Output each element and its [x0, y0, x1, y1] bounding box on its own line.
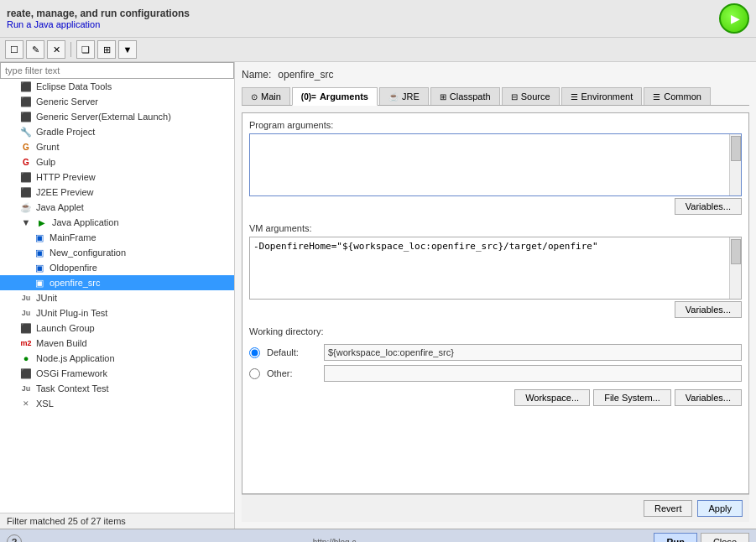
tree-item-maven[interactable]: m2 Maven Build [0, 336, 234, 351]
tree-item-label: Node.js Application [36, 353, 115, 363]
tree-item-label: Task Context Test [36, 383, 109, 393]
tab-source[interactable]: ⊟ Source [502, 87, 560, 105]
tree-item-osgi[interactable]: ⬛ OSGi Framework [0, 366, 234, 381]
revert-btn[interactable]: Revert [644, 500, 692, 517]
close-btn[interactable]: Close [701, 533, 749, 542]
program-args-section: Program arguments: Variables... [249, 120, 742, 215]
tree-item-junit[interactable]: Ju JUnit [0, 290, 234, 305]
tree-item-label: OSGi Framework [36, 368, 107, 378]
vm-args-scrollbar[interactable] [729, 237, 741, 299]
tab-jre[interactable]: ☕ JRE [379, 87, 429, 105]
tree-item-generic-server[interactable]: ⬛ Generic Server [0, 94, 234, 109]
filesystem-btn[interactable]: File System... [593, 389, 671, 406]
left-panel: ⬛ Eclipse Data Tools ⬛ Generic Server ⬛ … [0, 62, 235, 529]
tab-jre-label: JRE [402, 91, 420, 102]
gulp-icon: G [20, 156, 32, 168]
filter-btn[interactable]: ⊞ [97, 40, 116, 59]
workspace-btn-row: Workspace... File System... Variables... [249, 389, 742, 406]
tree-item-http[interactable]: ⬛ HTTP Preview [0, 169, 234, 185]
menu-btn[interactable]: ▼ [118, 40, 137, 59]
tree-item-oldopenfire[interactable]: ▣ Oldopenfire [0, 260, 234, 275]
tree-item-label: MainFrame [50, 232, 96, 242]
server-icon: ⬛ [20, 111, 32, 122]
edit-btn[interactable]: ✎ [26, 40, 44, 59]
scrollbar-thumb [731, 136, 741, 161]
tree-item-label: Gulp [36, 157, 55, 167]
tree-item-gradle[interactable]: 🔧 Gradle Project [0, 124, 234, 139]
tree-item-label: Oldopenfire [50, 263, 97, 273]
tree-item-task-context[interactable]: Ju Task Context Test [0, 381, 234, 396]
config-icon: ▣ [34, 277, 45, 289]
tree-item-nodejs[interactable]: ● Node.js Application [0, 351, 234, 366]
tree-item-grunt[interactable]: G Grunt [0, 139, 234, 154]
maven-icon: m2 [20, 337, 32, 349]
tab-arguments[interactable]: (0)= Arguments [292, 87, 378, 106]
help-button[interactable]: ? [7, 534, 22, 542]
new-config-btn[interactable]: ☐ [5, 40, 23, 59]
tabs-bar: ⊙ Main (0)= Arguments ☕ JRE ⊞ Classpath … [242, 87, 749, 106]
default-dir-input[interactable] [324, 344, 742, 361]
program-args-variables-btn[interactable]: Variables... [675, 198, 742, 215]
tree-item-j2ee[interactable]: ⬛ J2EE Preview [0, 185, 234, 200]
tree-item-mainframe[interactable]: ▣ MainFrame [0, 230, 234, 245]
tree-item-eclipse-data-tools[interactable]: ⬛ Eclipse Data Tools [0, 79, 234, 94]
launch-icon: ⬛ [20, 322, 32, 334]
filter-input[interactable] [0, 62, 234, 79]
program-args-scrollbar[interactable] [729, 134, 741, 195]
program-args-btn-row: Variables... [249, 198, 742, 215]
tree-item-label: Launch Group [36, 323, 95, 333]
jre-tab-icon: ☕ [388, 92, 399, 102]
common-tab-icon: ☰ [653, 92, 660, 102]
program-args-wrapper [249, 133, 742, 196]
j2ee-icon: ⬛ [20, 186, 32, 198]
vm-args-input[interactable]: -DopenfireHome="${workspace_loc:openfire… [250, 237, 727, 296]
osgi-icon: ⬛ [20, 367, 32, 379]
tree-item-new-config[interactable]: ▣ New_configuration [0, 245, 234, 260]
other-radio[interactable] [249, 368, 260, 379]
vm-args-label: VM arguments: [249, 223, 742, 233]
tab-main[interactable]: ⊙ Main [242, 87, 290, 105]
tree-item-label: HTTP Preview [36, 172, 96, 182]
tree-item-launch-group[interactable]: ⬛ Launch Group [0, 321, 234, 336]
tree-item-java-app[interactable]: ▼ ▶ Java Application [0, 215, 234, 230]
tree-item-label: Java Application [52, 217, 119, 227]
tab-main-label: Main [261, 91, 281, 102]
vm-args-section: VM arguments: -DopenfireHome="${workspac… [249, 223, 742, 318]
tree-item-xsl[interactable]: ✕ XSL [0, 396, 234, 411]
vm-args-variables-btn[interactable]: Variables... [675, 301, 742, 318]
default-dir-row: Default: [249, 344, 742, 361]
tree-item-label: JUnit Plug-in Test [36, 308, 107, 318]
tree-item-openfire-src[interactable]: ▣ openfire_src [0, 275, 234, 290]
classpath-tab-icon: ⊞ [440, 92, 446, 102]
tab-environment[interactable]: ☰ Environment [561, 87, 643, 105]
tree-item-label: XSL [36, 399, 54, 409]
run-btn[interactable]: Run [654, 533, 696, 542]
vm-scrollbar-thumb [731, 239, 741, 264]
toolbar: ☐ ✎ ✕ ❏ ⊞ ▼ [0, 38, 756, 62]
tab-classpath[interactable]: ⊞ Classpath [430, 87, 500, 105]
name-row: Name: openfire_src [242, 69, 749, 81]
gradle-icon: 🔧 [20, 126, 32, 138]
workspace-btn[interactable]: Workspace... [514, 389, 590, 406]
bottom-url: http://blog.c... [313, 538, 363, 543]
other-radio-label: Other: [267, 368, 317, 378]
apply-btn[interactable]: Apply [697, 500, 743, 517]
default-radio[interactable] [249, 347, 260, 358]
working-dir-section: Working directory: Default: Other: Works… [249, 326, 742, 406]
config-icon: ▣ [34, 247, 45, 258]
tab-classpath-label: Classpath [450, 91, 491, 102]
tab-common[interactable]: ☰ Common [644, 87, 711, 105]
other-dir-input[interactable] [324, 365, 742, 382]
tree-item-label: J2EE Preview [36, 187, 93, 197]
tree-item-gulp[interactable]: G Gulp [0, 154, 234, 169]
program-args-input[interactable] [250, 134, 741, 193]
delete-btn[interactable]: ✕ [47, 40, 65, 59]
tree-item-java-applet[interactable]: ☕ Java Applet [0, 200, 234, 215]
junit-plugin-icon: Ju [20, 307, 32, 319]
tree-item-junit-plugin[interactable]: Ju JUnit Plug-in Test [0, 305, 234, 321]
tree-item-label: Generic Server [36, 96, 98, 107]
source-tab-icon: ⊟ [511, 92, 518, 102]
working-dir-variables-btn[interactable]: Variables... [675, 389, 742, 406]
duplicate-btn[interactable]: ❏ [76, 40, 95, 59]
tree-item-generic-server-ext[interactable]: ⬛ Generic Server(External Launch) [0, 109, 234, 124]
